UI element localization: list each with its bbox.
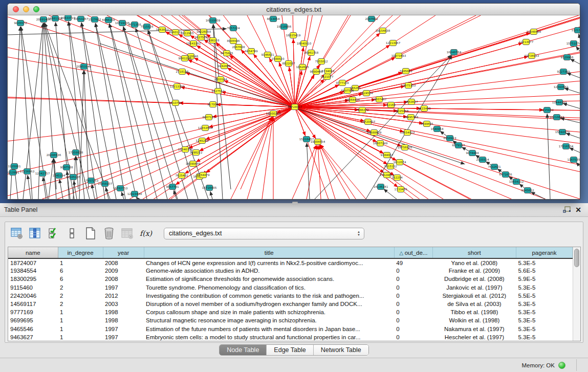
network-node[interactable]: 1615152 xyxy=(384,164,397,169)
network-edge-black[interactable] xyxy=(567,73,580,78)
network-node[interactable]: 19654923 xyxy=(400,130,415,136)
table-row[interactable]: 1938455462009Genome-wide association stu… xyxy=(8,267,573,275)
table-cell[interactable]: 2 xyxy=(58,292,103,300)
tab-node-table[interactable]: Node Table xyxy=(220,345,267,355)
table-cell[interactable]: 5.3E-5 xyxy=(516,258,572,267)
network-edge-black[interactable] xyxy=(28,175,31,199)
network-node[interactable]: 18300295 xyxy=(266,111,281,117)
network-node[interactable]: 8867110 xyxy=(203,115,215,120)
network-node[interactable]: 6466160 xyxy=(102,17,115,23)
table-select[interactable]: citations_edges.txt▲▼ xyxy=(164,228,364,239)
network-edge-black[interactable] xyxy=(213,24,223,199)
network-edge-red[interactable] xyxy=(292,145,316,199)
delete-trash-icon[interactable] xyxy=(101,226,117,241)
network-node[interactable]: 8912955 xyxy=(181,31,194,36)
network-node[interactable]: 1527602 xyxy=(89,17,101,23)
network-node[interactable]: 17957253 xyxy=(84,178,99,184)
network-node[interactable]: 18325419 xyxy=(286,33,301,38)
network-edge-red[interactable] xyxy=(295,107,407,117)
network-edge-black[interactable] xyxy=(79,70,84,199)
scrollbar-thumb[interactable] xyxy=(574,249,579,267)
network-edge-black[interactable] xyxy=(531,192,545,199)
network-edge-black[interactable] xyxy=(566,133,580,138)
table-cell[interactable]: 9699695 xyxy=(8,316,58,324)
table-cell[interactable]: 1997 xyxy=(103,283,144,292)
table-cell[interactable]: 0 xyxy=(394,267,432,275)
network-edge-black[interactable] xyxy=(123,27,178,199)
network-node[interactable]: 16033809 xyxy=(206,18,221,24)
network-edge-red[interactable] xyxy=(319,145,350,199)
network-node[interactable]: 1862615 xyxy=(296,64,309,70)
table-cell[interactable]: Genome-wide association studies in ADHD. xyxy=(144,267,394,275)
network-edge-red[interactable] xyxy=(209,107,295,127)
network-node[interactable]: 2718126 xyxy=(176,69,189,75)
table-cell[interactable]: 5.3E-5 xyxy=(516,283,572,292)
network-edge-black[interactable] xyxy=(564,88,580,93)
network-node[interactable]: 9329966 xyxy=(561,55,574,60)
network-node[interactable]: 1640954 xyxy=(431,126,444,132)
network-node[interactable]: 9827508 xyxy=(195,35,208,40)
network-edge-black[interactable] xyxy=(137,197,138,199)
network-node[interactable]: 9474444 xyxy=(466,150,479,156)
table-cell[interactable]: Corpus callosum shape and size in male p… xyxy=(144,308,394,316)
column-header-out_de[interactable]: △ out_de... xyxy=(394,247,432,258)
table-row[interactable]: 911546021997Tourette syndrome. Phenomeno… xyxy=(8,283,573,292)
column-header-title[interactable]: title xyxy=(144,247,394,258)
network-node[interactable]: 8822037 xyxy=(282,61,295,67)
network-node[interactable]: 9097588 xyxy=(60,165,73,170)
network-node[interactable]: 9115460 xyxy=(418,106,431,112)
column-header-short[interactable]: short xyxy=(432,247,516,258)
table-cell[interactable]: 0 xyxy=(394,316,432,324)
network-node[interactable]: 19384554 xyxy=(311,139,325,145)
network-node[interactable]: 2935514 xyxy=(476,157,489,163)
table-cell[interactable]: 2008 xyxy=(103,258,144,267)
table-cell[interactable]: 5.6E-5 xyxy=(516,267,572,275)
table-cell[interactable]: 5.3E-5 xyxy=(516,325,572,333)
table-cell[interactable]: 6 xyxy=(58,267,103,275)
network-node[interactable]: 17016504 xyxy=(559,144,574,149)
table-cell[interactable]: 0 xyxy=(394,325,432,333)
network-node[interactable]: 12444193 xyxy=(552,100,567,105)
network-node[interactable]: 8958923 xyxy=(444,136,456,141)
table-cell[interactable]: 49 xyxy=(394,258,432,267)
network-node[interactable]: 20953346 xyxy=(77,64,92,70)
network-node[interactable]: 62160 xyxy=(386,102,396,108)
network-node[interactable]: 12213977 xyxy=(519,39,534,45)
network-node[interactable]: 16154838 xyxy=(376,28,390,34)
network-node[interactable]: 1245283 xyxy=(196,138,209,144)
network-node[interactable]: 16782753 xyxy=(113,186,128,191)
table-cell[interactable]: 2012 xyxy=(103,292,144,300)
network-node[interactable]: 1145194 xyxy=(53,173,66,179)
network-node[interactable]: 7485063 xyxy=(400,69,412,74)
table-cell[interactable]: 1 xyxy=(58,333,103,341)
table-panel-header[interactable]: Table Panel ✕ xyxy=(0,203,588,217)
network-node[interactable]: 1624554 xyxy=(360,91,373,96)
table-cell[interactable]: 22420046 xyxy=(8,292,58,300)
network-node[interactable]: 8813054 xyxy=(267,16,280,22)
table-cell[interactable]: 2 xyxy=(58,283,103,292)
table-cell[interactable]: Wolkin et al. (1998) xyxy=(432,316,516,324)
network-node[interactable]: 10653267 xyxy=(74,16,89,22)
network-node[interactable]: 18640910 xyxy=(297,41,312,47)
network-node[interactable]: 8454749 xyxy=(245,49,258,54)
table-cell[interactable]: 0 xyxy=(394,308,432,316)
network-node[interactable]: 7463822 xyxy=(156,27,169,33)
memory-ok-icon[interactable] xyxy=(558,362,565,369)
network-node[interactable]: 9621077 xyxy=(321,74,334,80)
network-node[interactable]: 12213967 xyxy=(386,40,401,46)
network-node[interactable]: 19218986 xyxy=(277,24,292,30)
network-node[interactable]: 10719195 xyxy=(115,20,130,26)
table-settings-icon[interactable] xyxy=(9,226,25,241)
network-node[interactable]: 10973493 xyxy=(391,53,406,59)
network-node[interactable]: 15720407 xyxy=(361,119,376,125)
column-header-name[interactable]: name xyxy=(8,247,58,258)
table-row[interactable]: 946362711997Embryonic stem cells: a mode… xyxy=(8,333,573,341)
network-node[interactable]: 6497568 xyxy=(341,88,354,94)
network-edge-black[interactable] xyxy=(95,23,125,199)
table-cell[interactable]: Estimation of the future numbers of pati… xyxy=(144,325,394,333)
network-node[interactable]: 12505135 xyxy=(66,174,81,180)
network-node[interactable]: 10654112 xyxy=(509,179,524,185)
function-fx-icon[interactable]: f(x) xyxy=(138,226,154,241)
network-node[interactable]: 7625402 xyxy=(176,173,188,179)
network-node[interactable]: 12975103 xyxy=(401,83,416,89)
